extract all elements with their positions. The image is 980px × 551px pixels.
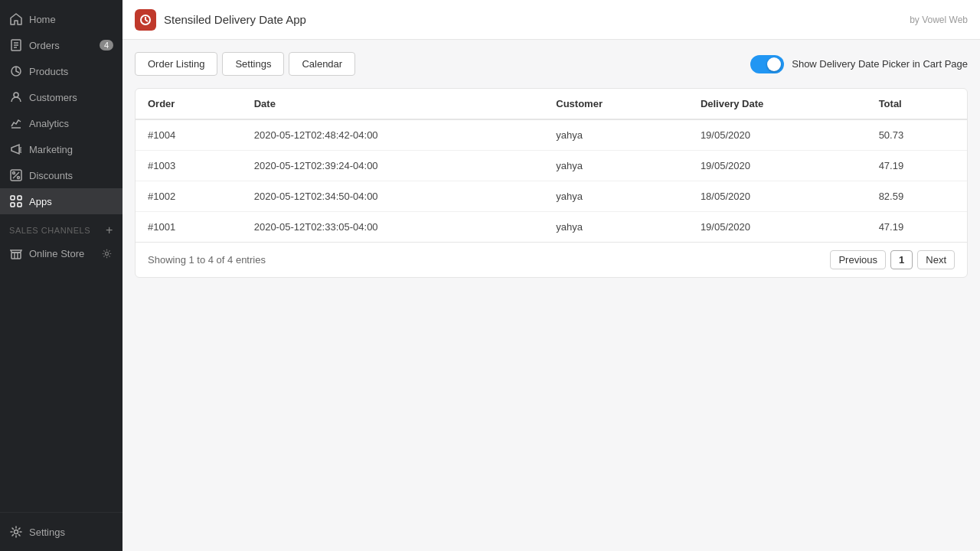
cell-date: 2020-05-12T02:48:42-04:00 (242, 119, 544, 151)
col-total: Total (867, 89, 967, 119)
settings-icon (9, 525, 23, 539)
tab-calendar[interactable]: Calendar (289, 52, 355, 76)
tab-settings[interactable]: Settings (222, 52, 284, 76)
table-header: Order Date Customer Delivery Date Total (136, 89, 967, 119)
sidebar-item-analytics[interactable]: Analytics (0, 110, 122, 136)
cell-order: #1004 (136, 119, 242, 151)
tab-order-listing[interactable]: Order Listing (135, 52, 217, 76)
discounts-icon (9, 168, 23, 182)
sidebar-item-discounts[interactable]: Discounts (0, 162, 122, 188)
cell-total: 50.73 (867, 119, 967, 151)
products-icon (9, 64, 23, 78)
orders-icon (9, 38, 23, 52)
content-area: Order Listing Settings Calendar Show Del… (122, 40, 980, 551)
next-page-button[interactable]: Next (917, 250, 955, 269)
svg-rect-15 (18, 196, 21, 200)
prev-page-button[interactable]: Previous (830, 250, 886, 269)
cell-customer: yahya (544, 181, 688, 212)
col-order: Order (136, 89, 242, 119)
cell-customer: yahya (544, 151, 688, 181)
cell-date: 2020-05-12T02:34:50-04:00 (242, 181, 544, 212)
app-logo (135, 9, 156, 31)
toggle-label: Show Delivery Date Picker in Cart Page (792, 58, 968, 70)
sidebar-item-customers[interactable]: Customers (0, 84, 122, 110)
orders-table-card: Order Date Customer Delivery Date Total … (135, 88, 968, 278)
svg-point-10 (13, 172, 15, 174)
sidebar-bottom: Settings (0, 512, 122, 551)
marketing-icon (9, 142, 23, 156)
toolbar-tabs: Order Listing Settings Calendar (135, 52, 355, 76)
table-footer: Showing 1 to 4 of 4 entries Previous 1 N… (136, 242, 967, 277)
svg-line-7 (19, 148, 21, 148)
sidebar-item-settings[interactable]: Settings (0, 519, 122, 545)
cell-date: 2020-05-12T02:39:24-04:00 (242, 151, 544, 181)
topbar-by: by Vowel Web (910, 15, 968, 25)
customers-icon (9, 90, 23, 104)
sidebar-item-marketing[interactable]: Marketing (0, 136, 122, 162)
svg-point-5 (14, 93, 18, 97)
footer-text: Showing 1 to 4 of 4 entries (148, 254, 266, 266)
apps-icon (9, 194, 23, 208)
orders-table: Order Date Customer Delivery Date Total … (136, 89, 967, 242)
delivery-picker-toggle[interactable] (750, 55, 784, 73)
cell-delivery_date: 19/05/2020 (688, 119, 867, 151)
sidebar-nav: Home Orders 4 Products Customers A (0, 0, 122, 512)
cell-total: 47.19 (867, 151, 967, 181)
toggle-group: Show Delivery Date Picker in Cart Page (750, 55, 968, 73)
svg-rect-16 (11, 203, 15, 207)
col-customer: Customer (544, 89, 688, 119)
cell-order: #1003 (136, 151, 242, 181)
pagination: Previous 1 Next (830, 250, 955, 269)
cell-total: 82.59 (867, 181, 967, 212)
cell-order: #1001 (136, 212, 242, 243)
orders-badge: 4 (100, 40, 113, 51)
table-row: #10022020-05-12T02:34:50-04:00yahya18/05… (136, 181, 967, 212)
sidebar-item-products[interactable]: Products (0, 58, 122, 84)
sidebar: Home Orders 4 Products Customers A (0, 0, 122, 551)
cell-delivery_date: 19/05/2020 (688, 151, 867, 181)
svg-rect-18 (11, 253, 21, 259)
cell-delivery_date: 18/05/2020 (688, 181, 867, 212)
svg-point-11 (18, 177, 20, 179)
table-row: #10012020-05-12T02:33:05-04:00yahya19/05… (136, 212, 967, 243)
store-icon (9, 246, 23, 260)
topbar-left: Stensiled Delivery Date App (135, 9, 306, 31)
toggle-track (750, 55, 784, 73)
sales-channels-section: SALES CHANNELS + (0, 214, 122, 240)
cell-date: 2020-05-12T02:33:05-04:00 (242, 212, 544, 243)
main-area: Stensiled Delivery Date App by Vowel Web… (122, 0, 980, 551)
table-body: #10042020-05-12T02:48:42-04:00yahya19/05… (136, 119, 967, 242)
topbar: Stensiled Delivery Date App by Vowel Web (122, 0, 980, 40)
toggle-thumb (767, 57, 781, 71)
sidebar-item-home[interactable]: Home (0, 6, 122, 32)
table-row: #10032020-05-12T02:39:24-04:00yahya19/05… (136, 151, 967, 181)
svg-line-25 (145, 20, 148, 21)
add-sales-channel-icon[interactable]: + (106, 223, 113, 237)
analytics-icon (9, 116, 23, 130)
home-icon (9, 12, 23, 26)
cell-order: #1002 (136, 181, 242, 212)
col-date: Date (242, 89, 544, 119)
cell-delivery_date: 19/05/2020 (688, 212, 867, 243)
svg-point-22 (15, 530, 18, 534)
app-title: Stensiled Delivery Date App (164, 13, 306, 26)
table-row: #10042020-05-12T02:48:42-04:00yahya19/05… (136, 119, 967, 151)
cell-customer: yahya (544, 212, 688, 243)
svg-line-12 (13, 172, 19, 178)
svg-rect-14 (11, 196, 15, 200)
sidebar-item-apps[interactable]: Apps (0, 188, 122, 214)
current-page-button[interactable]: 1 (890, 250, 913, 269)
sidebar-item-online-store[interactable]: Online Store (0, 240, 122, 266)
sidebar-item-orders[interactable]: Orders 4 (0, 32, 122, 58)
cell-customer: yahya (544, 119, 688, 151)
cell-total: 47.19 (867, 212, 967, 243)
store-settings-icon[interactable] (100, 246, 113, 260)
col-delivery-date: Delivery Date (688, 89, 867, 119)
svg-line-9 (19, 152, 21, 152)
toolbar: Order Listing Settings Calendar Show Del… (135, 52, 968, 76)
svg-point-21 (105, 252, 108, 255)
svg-rect-17 (18, 203, 21, 207)
